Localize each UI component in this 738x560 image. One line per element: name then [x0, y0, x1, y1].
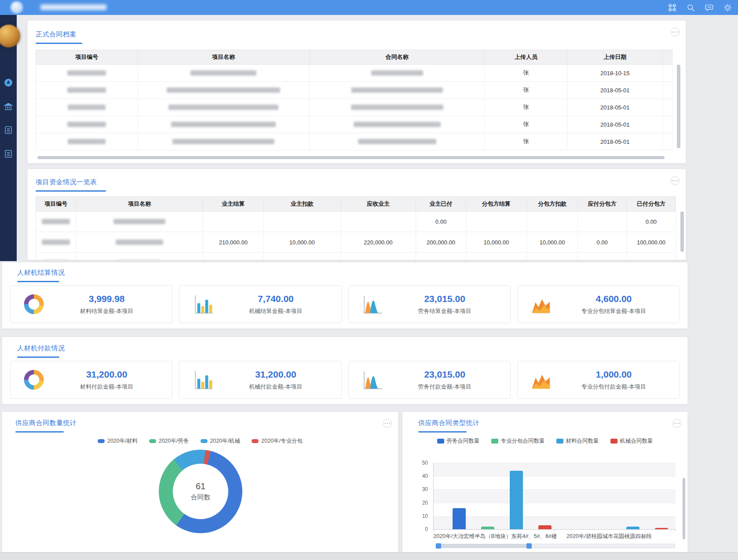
stat-card-body: 31,200.00机械付款金额-本项目 — [215, 369, 336, 391]
message-icon[interactable] — [704, 2, 714, 13]
legend-label: 专业分包合同数量 — [501, 437, 545, 445]
stat-card: 23,015.00劳务结算金额-本项目 — [348, 285, 511, 323]
x-axis-category-label: 2020年/碧桂园城市花园桃源四标段 — [543, 533, 675, 540]
redacted-text — [351, 105, 443, 110]
vertical-scrollbar[interactable] — [683, 478, 685, 539]
bar-chart-plot — [433, 463, 676, 530]
column-header: 项目编号 — [36, 197, 77, 211]
horizontal-scrollbar[interactable] — [37, 156, 665, 159]
stat-card-body: 4,600.00专业分包结算金额-本项目 — [553, 294, 675, 315]
uploader-cell: 张 — [485, 133, 567, 150]
legend-item[interactable]: 2020年/机械 — [201, 437, 241, 445]
legend-label: 2020年/机械 — [210, 437, 241, 445]
bar-3[interactable] — [626, 527, 639, 529]
datazoom-selected-range[interactable] — [438, 544, 529, 548]
bar-4[interactable] — [538, 525, 552, 529]
redacted-cell — [310, 65, 485, 82]
donut-chart-icon — [22, 368, 46, 392]
settlement-panel: 人材机结算情况 3,999.98材料结算金额-本项目7,740.00机械结算金额… — [2, 262, 688, 329]
datazoom-slider[interactable] — [435, 544, 675, 548]
stat-card-body: 1,000.00专业分包付款金额-本项目 — [553, 369, 675, 391]
table-row[interactable]: 张2018-05-01 — [36, 133, 672, 150]
document-icon[interactable] — [4, 149, 13, 159]
stat-card-body: 31,200.00材料付款金额-本项目 — [46, 369, 168, 391]
bar-4[interactable] — [655, 528, 668, 529]
title-underline — [418, 431, 467, 433]
panel-title: 人材机付款情况 — [17, 344, 65, 353]
column-header-empty — [663, 50, 672, 65]
column-header: 合同名称 — [310, 50, 485, 65]
amount-cell: 220,000.00 — [340, 232, 416, 253]
datazoom-handle-left[interactable] — [436, 543, 441, 549]
table-row[interactable]: 张2018-05-01 — [36, 99, 672, 116]
bar-2[interactable] — [481, 527, 494, 529]
stat-value: 7,740.00 — [258, 294, 294, 304]
redacted-cell — [36, 232, 77, 253]
redacted-cell — [36, 211, 77, 232]
redacted-cell — [138, 133, 310, 150]
bar-3[interactable] — [510, 471, 523, 529]
stat-label: 机械结算金额-本项目 — [249, 307, 302, 315]
search-icon[interactable] — [685, 2, 696, 13]
stat-card-body: 3,999.98材料结算金额-本项目 — [46, 294, 168, 315]
amount-cell — [626, 253, 676, 261]
table-row[interactable]: 张2018-10-15 — [36, 65, 672, 82]
more-options-icon[interactable] — [671, 176, 680, 185]
contracts-panel: 正式合同档案 项目编号项目名称合同名称上传人员上传日期 张2018-10-15张… — [27, 20, 686, 164]
uploader-cell: 张 — [485, 65, 567, 82]
empty-cell — [663, 65, 672, 82]
stat-value: 23,015.00 — [424, 369, 465, 380]
compass-icon[interactable] — [4, 78, 13, 87]
redacted-text — [113, 219, 165, 224]
legend-item[interactable]: 机械合同数量 — [610, 437, 653, 445]
stat-label: 专业分包付款金额-本项目 — [581, 383, 646, 391]
empty-cell — [663, 133, 672, 150]
datazoom-handle-right[interactable] — [526, 543, 532, 549]
document-icon[interactable] — [4, 125, 13, 135]
stat-value: 23,015.00 — [424, 294, 465, 304]
redacted-text — [116, 240, 163, 245]
legend-item[interactable]: 2020年/材料 — [98, 437, 138, 445]
table-row[interactable]: 0.000.00 — [36, 211, 676, 232]
mountain-chart-icon — [529, 292, 553, 316]
table-row[interactable]: 张2018-05-01 — [36, 116, 672, 133]
header-icons — [667, 0, 733, 15]
vertical-scrollbar[interactable] — [680, 211, 684, 252]
redacted-text — [351, 87, 443, 93]
y-axis-tick-label: 0 — [415, 526, 428, 532]
table-row[interactable]: 张2018-05-01 — [36, 82, 672, 99]
user-avatar[interactable] — [0, 25, 20, 47]
amount-cell: 10,000.00 — [526, 232, 577, 253]
column-header: 已付分包方 — [626, 197, 676, 211]
table-row[interactable] — [36, 253, 676, 261]
redacted-cell — [36, 82, 138, 99]
legend-item[interactable]: 材料合同数量 — [556, 437, 599, 445]
command-grid-icon[interactable] — [667, 2, 677, 13]
contracts-table: 项目编号项目名称合同名称上传人员上传日期 张2018-10-15张2018-05… — [36, 50, 672, 150]
redacted-cell — [310, 133, 485, 150]
legend-item[interactable]: 劳务合同数量 — [437, 437, 480, 445]
more-options-icon[interactable] — [383, 419, 392, 428]
redacted-text — [67, 122, 106, 127]
upload-date-cell: 2018-05-01 — [567, 82, 663, 99]
legend-item[interactable]: 专业分包合同数量 — [491, 437, 545, 445]
bar-legend: 劳务合同数量专业分包合同数量材料合同数量机械合同数量 — [402, 437, 687, 445]
column-header: 上传日期 — [567, 50, 663, 65]
vertical-scrollbar[interactable] — [677, 65, 680, 148]
bar-1[interactable] — [453, 508, 466, 529]
bank-icon[interactable] — [4, 102, 13, 112]
settings-icon[interactable] — [722, 2, 733, 13]
app-header — [0, 0, 738, 15]
peaks-chart-icon — [360, 292, 384, 316]
stat-card: 23,015.00劳务付款金额-本项目 — [348, 361, 511, 399]
more-options-icon[interactable] — [672, 419, 681, 428]
more-options-icon[interactable] — [671, 28, 680, 36]
column-header: 上传人员 — [485, 50, 567, 65]
column-header: 项目名称 — [138, 50, 310, 65]
legend-item[interactable]: 2020年/专业分包 — [252, 437, 303, 445]
legend-item[interactable]: 2020年/劳务 — [149, 437, 189, 445]
table-row[interactable]: 210,000.0010,000.00220,000.00200,000.001… — [36, 232, 676, 253]
legend-marker — [556, 439, 563, 444]
bar-group — [562, 463, 676, 529]
redacted-text — [172, 139, 274, 144]
